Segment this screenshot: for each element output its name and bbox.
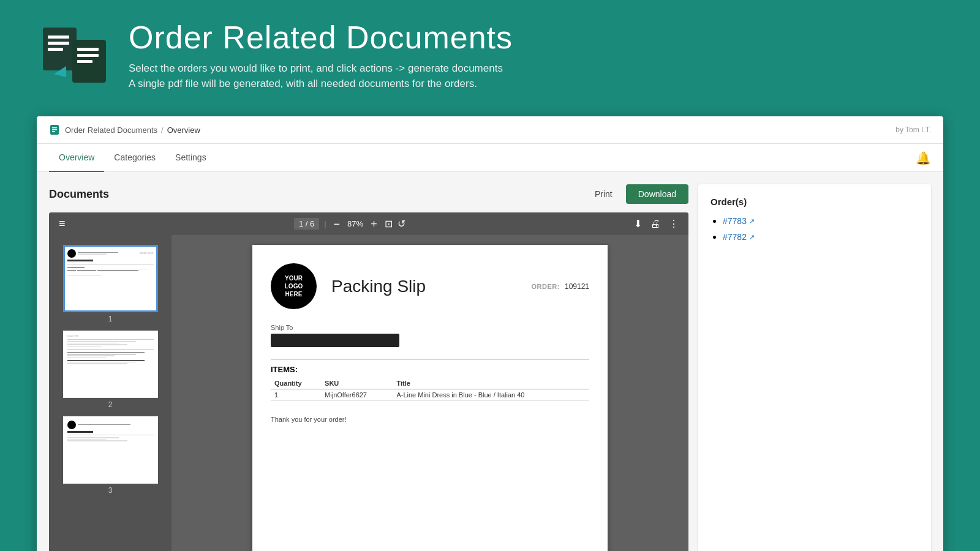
order-link-7782[interactable]: #7782 ↗ — [723, 232, 755, 242]
svg-rect-3 — [48, 42, 69, 45]
pdf-main-page: YOUR LOGO HERE Packing Slip ORDER: 10912… — [172, 235, 688, 551]
tab-categories[interactable]: Categories — [104, 144, 165, 172]
nav-tabs: Overview Categories Settings 🔔 — [37, 144, 943, 172]
pdf-thumbnails: ORDER: 109121 — [49, 235, 172, 551]
external-link-icon-1: ↗ — [749, 217, 755, 225]
ps-col-quantity: Quantity — [271, 378, 321, 389]
pdf-more-icon[interactable]: ⋮ — [669, 218, 679, 230]
ps-col-title: Title — [393, 378, 589, 389]
svg-rect-4 — [48, 48, 63, 51]
breadcrumb-current: Overview — [167, 126, 200, 135]
svg-rect-7 — [77, 48, 99, 51]
app-window: Order Related Documents / Overview by To… — [37, 116, 943, 551]
header-banner: Order Related Documents Select the order… — [0, 0, 980, 116]
fit-page-icon[interactable]: ⊡ — [385, 218, 393, 230]
order-item-2: #7782 ↗ — [723, 231, 919, 242]
pdf-page-content: YOUR LOGO HERE Packing Slip ORDER: 10912… — [252, 245, 608, 551]
pdf-thumb-num-1: 1 — [63, 315, 158, 323]
ps-logo: YOUR LOGO HERE — [271, 263, 317, 309]
pdf-print-icon[interactable]: 🖨 — [650, 219, 660, 230]
ps-col-sku: SKU — [321, 378, 393, 389]
ps-cell-title: A-Line Mini Dress in Blue - Blue / Itali… — [393, 389, 589, 401]
orders-panel: Order(s) #7783 ↗ #7782 ↗ — [698, 184, 931, 551]
ps-order-info: ORDER: 109121 — [532, 282, 589, 291]
ps-order-number: 109121 — [565, 282, 589, 291]
header-text: Order Related Documents Select the order… — [129, 19, 513, 92]
tab-overview[interactable]: Overview — [49, 144, 104, 172]
pdf-thumb-image-2: Invoice #7783 — [63, 331, 158, 398]
ps-cell-sku: MijnOffer6627 — [321, 389, 393, 401]
orders-list: #7783 ↗ #7782 ↗ — [710, 216, 919, 242]
svg-rect-14 — [52, 131, 55, 132]
page-heading: Order Related Documents — [129, 19, 513, 56]
svg-rect-9 — [77, 60, 92, 63]
pdf-page-info: 1 / 6 — [294, 218, 319, 230]
pdf-thumb-image-3 — [63, 416, 158, 484]
ps-divider — [271, 359, 589, 360]
ps-cell-quantity: 1 — [271, 389, 321, 401]
pdf-toolbar-center: 1 / 6 | − 87% + ⊡ ↺ — [294, 218, 405, 230]
breadcrumb-separator: / — [161, 126, 164, 135]
pdf-thumb-num-2: 2 — [63, 400, 158, 409]
zoom-out-button[interactable]: − — [331, 219, 343, 230]
documents-title: Documents — [49, 188, 109, 201]
nav-tabs-list: Overview Categories Settings — [49, 144, 216, 171]
ps-table-header-row: Quantity SKU Title — [271, 378, 589, 389]
ps-ship-to: Ship To — [271, 324, 589, 347]
pdf-toolbar: ≡ 1 / 6 | − 87% + ⊡ ↺ ⬇ — [49, 212, 688, 235]
pdf-menu-icon[interactable]: ≡ — [59, 217, 66, 230]
svg-rect-12 — [52, 127, 57, 129]
ps-order-label: ORDER: — [532, 283, 560, 290]
pdf-thumb-num-3: 3 — [63, 486, 158, 495]
tab-settings[interactable]: Settings — [165, 144, 216, 172]
pdf-thumb-image-1: ORDER: 109121 — [63, 245, 158, 312]
ps-title: Packing Slip — [331, 277, 426, 296]
documents-actions: Print Download — [589, 184, 688, 204]
ps-table-row: 1 MijnOffer6627 A-Line Mini Dress in Blu… — [271, 389, 589, 401]
ps-thank-you: Thank you for your order! — [271, 416, 589, 423]
orders-panel-title: Order(s) — [710, 197, 919, 207]
pdf-thumbnail-2[interactable]: Invoice #7783 — [63, 331, 158, 409]
page-description: Select the orders you would like to prin… — [129, 61, 513, 92]
ps-header: YOUR LOGO HERE Packing Slip ORDER: 10912… — [271, 263, 589, 309]
zoom-level: 87% — [347, 219, 363, 228]
order-link-7783[interactable]: #7783 ↗ — [723, 216, 755, 226]
pdf-thumbnail-1[interactable]: ORDER: 109121 — [63, 245, 158, 323]
pdf-body: ORDER: 109121 — [49, 235, 688, 551]
pdf-download-icon[interactable]: ⬇ — [634, 218, 642, 230]
ps-items-label: ITEMS: — [271, 365, 589, 374]
order-item-1: #7783 ↗ — [723, 216, 919, 227]
ps-ship-label: Ship To — [271, 324, 589, 331]
author-label: by Tom I.T. — [895, 126, 931, 134]
zoom-in-button[interactable]: + — [368, 219, 380, 230]
notification-bell-icon[interactable]: 🔔 — [916, 151, 931, 165]
breadcrumb: Order Related Documents / Overview — [49, 124, 200, 136]
download-button[interactable]: Download — [626, 184, 688, 204]
documents-section: Documents Print Download ≡ 1 / 6 — [49, 184, 688, 551]
pdf-toolbar-right: ⬇ 🖨 ⋮ — [634, 218, 679, 230]
pdf-thumbnail-3[interactable]: 3 — [63, 416, 158, 495]
external-link-icon-2: ↗ — [749, 233, 755, 241]
content-area: Documents Print Download ≡ 1 / 6 — [37, 172, 943, 551]
documents-header: Documents Print Download — [49, 184, 688, 204]
breadcrumb-app: Order Related Documents — [65, 126, 157, 135]
rotate-icon[interactable]: ↺ — [398, 218, 405, 230]
ps-ship-bar — [271, 334, 399, 347]
print-button[interactable]: Print — [589, 186, 619, 203]
app-icon — [37, 18, 110, 92]
pdf-viewer: ≡ 1 / 6 | − 87% + ⊡ ↺ ⬇ — [49, 212, 688, 551]
svg-rect-13 — [52, 129, 57, 130]
ps-items-table: Quantity SKU Title 1 MijnOffer6627 — [271, 378, 589, 401]
svg-rect-8 — [77, 54, 99, 57]
window-header: Order Related Documents / Overview by To… — [37, 116, 943, 144]
svg-rect-2 — [48, 36, 69, 39]
